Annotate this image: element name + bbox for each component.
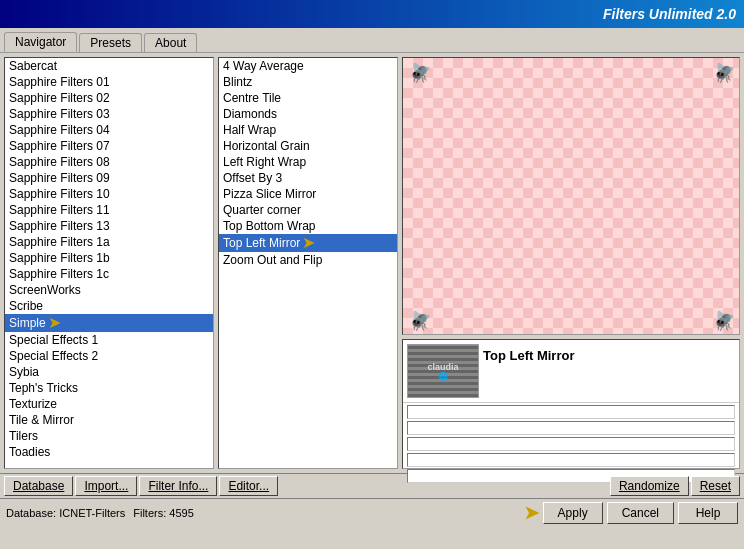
list-item[interactable]: Sabercat xyxy=(5,58,213,74)
filter-option[interactable]: Horizontal Grain xyxy=(219,138,397,154)
list-item[interactable]: Sapphire Filters 07 xyxy=(5,138,213,154)
list-item[interactable]: Teph's Tricks xyxy=(5,380,213,396)
tab-about[interactable]: About xyxy=(144,33,197,52)
list-item[interactable]: Sapphire Filters 04 xyxy=(5,122,213,138)
filter-option-top-left-mirror[interactable]: Top Left Mirror ➤ xyxy=(219,234,397,252)
list-item[interactable]: Sapphire Filters 1b xyxy=(5,250,213,266)
list-item[interactable]: ScreenWorks xyxy=(5,282,213,298)
arrow-pointer-filter: ➤ xyxy=(302,235,315,251)
bottom-toolbar: Database Import... Filter Info... Editor… xyxy=(0,473,744,498)
list-item[interactable]: Sapphire Filters 1a xyxy=(5,234,213,250)
filter-option[interactable]: Diamonds xyxy=(219,106,397,122)
list-item[interactable]: Sapphire Filters 01 xyxy=(5,74,213,90)
list-item[interactable]: Tilers xyxy=(5,428,213,444)
list-item[interactable]: Special Effects 2 xyxy=(5,348,213,364)
list-item[interactable]: Sapphire Filters 08 xyxy=(5,154,213,170)
list-item[interactable]: Scribe xyxy=(5,298,213,314)
title-text: Filters Unlimited 2.0 xyxy=(603,6,736,22)
tab-navigator[interactable]: Navigator xyxy=(4,32,77,52)
list-item[interactable]: Sapphire Filters 03 xyxy=(5,106,213,122)
preview-canvas: 🪰 🪰 🪰 🪰 xyxy=(403,58,739,334)
list-item[interactable]: Sapphire Filters 1c xyxy=(5,266,213,282)
filter-options-list[interactable]: 4 Way Average Blintz Centre Tile Diamond… xyxy=(218,57,398,469)
info-row-2 xyxy=(407,421,735,435)
list-item[interactable]: Sybia xyxy=(5,364,213,380)
status-filters: Filters: 4595 xyxy=(133,507,194,519)
status-action-bar: Database: ICNET-Filters Filters: 4595 ➤ … xyxy=(0,498,744,527)
filter-option[interactable]: Offset By 3 xyxy=(219,170,397,186)
filter-thumbnail: claudia 🌐 xyxy=(407,344,479,398)
database-button[interactable]: Database xyxy=(4,476,73,496)
list-item[interactable]: Sapphire Filters 09 xyxy=(5,170,213,186)
list-item-simple[interactable]: Simple ➤ xyxy=(5,314,213,332)
action-buttons: ➤ Apply Cancel Help xyxy=(524,502,738,524)
right-panel: 🪰 🪰 🪰 🪰 claudia 🌐 Top Left Mirror xyxy=(402,57,740,469)
list-item[interactable]: Sapphire Filters 11 xyxy=(5,202,213,218)
preview-area: 🪰 🪰 🪰 🪰 xyxy=(402,57,740,335)
filter-option[interactable]: Quarter corner xyxy=(219,202,397,218)
status-database-value: ICNET-Filters xyxy=(59,507,125,519)
selected-filter-name: Top Left Mirror xyxy=(483,344,574,363)
reset-button[interactable]: Reset xyxy=(691,476,740,496)
fly-top-left: 🪰 xyxy=(409,62,429,82)
filter-option[interactable]: Left Right Wrap xyxy=(219,154,397,170)
filter-option[interactable]: Centre Tile xyxy=(219,90,397,106)
filter-option[interactable]: Half Wrap xyxy=(219,122,397,138)
filter-option[interactable]: Pizza Slice Mirror xyxy=(219,186,397,202)
fly-bottom-left: 🪰 xyxy=(409,310,429,330)
list-item[interactable]: Sapphire Filters 02 xyxy=(5,90,213,106)
thumbnail-text: claudia 🌐 xyxy=(427,362,458,381)
list-item[interactable]: Sapphire Filters 10 xyxy=(5,186,213,202)
list-item[interactable]: Sapphire Filters 13 xyxy=(5,218,213,234)
filter-option[interactable]: Zoom Out and Flip xyxy=(219,252,397,268)
cancel-button[interactable]: Cancel xyxy=(607,502,674,524)
list-item[interactable]: Texturize xyxy=(5,396,213,412)
list-item[interactable]: Tile & Mirror xyxy=(5,412,213,428)
filter-option[interactable]: 4 Way Average xyxy=(219,58,397,74)
editor-button[interactable]: Editor... xyxy=(219,476,278,496)
info-row-4 xyxy=(407,453,735,467)
tab-bar: Navigator Presets About xyxy=(0,28,744,53)
info-row-3 xyxy=(407,437,735,451)
fly-top-right: 🪰 xyxy=(713,62,733,82)
list-item[interactable]: Special Effects 1 xyxy=(5,332,213,348)
randomize-button[interactable]: Randomize xyxy=(610,476,689,496)
arrow-pointer-simple: ➤ xyxy=(48,315,61,331)
list-item[interactable]: Toadies xyxy=(5,444,213,460)
status-filters-value: 4595 xyxy=(169,507,193,519)
filter-groups-list[interactable]: Sabercat Sapphire Filters 01 Sapphire Fi… xyxy=(4,57,214,469)
info-top: claudia 🌐 Top Left Mirror xyxy=(403,340,739,403)
status-filters-label: Filters: xyxy=(133,507,166,519)
filter-option[interactable]: Top Bottom Wrap xyxy=(219,218,397,234)
info-rows xyxy=(403,403,739,485)
help-button[interactable]: Help xyxy=(678,502,738,524)
filter-info-button[interactable]: Filter Info... xyxy=(139,476,217,496)
title-bar: Filters Unlimited 2.0 xyxy=(0,0,744,28)
main-content: Sabercat Sapphire Filters 01 Sapphire Fi… xyxy=(0,53,744,473)
import-button[interactable]: Import... xyxy=(75,476,137,496)
tab-presets[interactable]: Presets xyxy=(79,33,142,52)
info-panel: claudia 🌐 Top Left Mirror xyxy=(402,339,740,469)
fly-bottom-right: 🪰 xyxy=(713,310,733,330)
apply-button[interactable]: Apply xyxy=(543,502,603,524)
info-row-1 xyxy=(407,405,735,419)
status-database: Database: ICNET-Filters xyxy=(6,507,125,519)
arrow-pointer-apply: ➤ xyxy=(524,502,539,524)
status-database-label: Database: xyxy=(6,507,56,519)
filter-option[interactable]: Blintz xyxy=(219,74,397,90)
